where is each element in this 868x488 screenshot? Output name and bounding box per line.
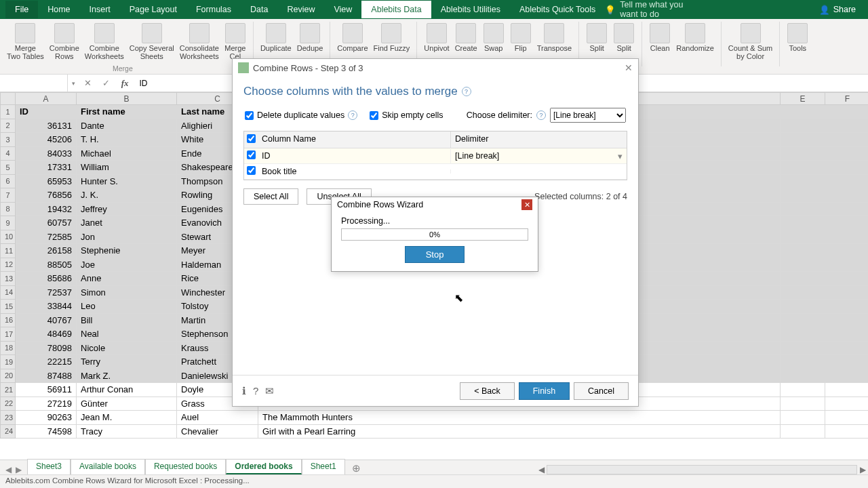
ribbon-combine[interactable]: CombineRows xyxy=(47,22,82,62)
tab-ablebits-quick-tools[interactable]: Ablebits Quick Tools xyxy=(510,1,605,18)
select-all-button[interactable]: Select All xyxy=(243,188,298,205)
tab-home[interactable]: Home xyxy=(38,1,79,18)
prev-icon[interactable]: ◀ xyxy=(5,465,12,474)
help-icon[interactable]: ? xyxy=(348,110,357,120)
ribbon-consolidate[interactable]: ConsolidateWorksheets xyxy=(177,22,222,62)
help-icon[interactable]: ? xyxy=(462,87,471,96)
dialog-heading: Choose columns with the values to merge … xyxy=(243,85,627,98)
tab-review[interactable]: Review xyxy=(277,1,324,18)
ribbon-split[interactable]: Split xyxy=(583,22,610,54)
status-bar: Ablebits.com Combine Rows Wizard for Mic… xyxy=(0,474,868,488)
checkbox-col-id[interactable] xyxy=(247,150,256,159)
ribbon-unpivot[interactable]: Unpivot xyxy=(421,22,452,54)
dialog-icon xyxy=(238,62,249,73)
ribbon-icon xyxy=(427,23,447,43)
help-icon[interactable]: ? xyxy=(253,385,258,397)
tab-data[interactable]: Data xyxy=(241,1,277,18)
ribbon-icon xyxy=(94,23,115,43)
ribbon-icon xyxy=(456,23,476,43)
name-box[interactable] xyxy=(0,75,68,92)
ribbon-merge[interactable]: MergeTwo Tables xyxy=(4,22,47,62)
delimiter-label: Choose delimiter: xyxy=(467,110,532,120)
ribbon-merge[interactable]: MergeCel xyxy=(222,22,249,62)
ribbon-swap[interactable]: Swap xyxy=(480,22,507,54)
share-button[interactable]: 👤 Share xyxy=(812,5,863,15)
tab-view[interactable]: View xyxy=(324,1,361,18)
checkbox-col-book[interactable] xyxy=(247,166,256,175)
ribbon-icon xyxy=(225,23,245,43)
ribbon-find-fuzzy[interactable]: Find Fuzzy xyxy=(371,22,413,54)
delimiter-select[interactable]: [Line break] xyxy=(550,108,626,123)
next-icon[interactable]: ▶ xyxy=(16,465,22,474)
finish-button[interactable]: Finish xyxy=(519,382,570,400)
ribbon-compare[interactable]: Compare xyxy=(334,22,370,54)
col-delim-select[interactable]: [Line break]▾ xyxy=(450,149,627,163)
tab-insert[interactable]: Insert xyxy=(80,1,120,18)
processing-label: Processing... xyxy=(341,216,528,226)
sheet-tab-sheet1[interactable]: Sheet1 xyxy=(302,459,345,474)
ribbon-randomize[interactable]: Randomize xyxy=(673,22,717,54)
info-icon[interactable]: ℹ xyxy=(242,385,246,397)
ribbon-icon xyxy=(381,23,401,43)
sheet-tab-sheet3[interactable]: Sheet3 xyxy=(27,459,71,474)
ribbon-icon xyxy=(484,23,504,43)
namebox-dropdown-icon[interactable]: ▾ xyxy=(68,80,79,87)
add-sheet-button[interactable]: ⊕ xyxy=(345,462,368,474)
ribbon-tools[interactable]: Tools xyxy=(784,22,811,54)
tab-formulas[interactable]: Formulas xyxy=(186,1,241,18)
ribbon-clean[interactable]: Clean xyxy=(646,22,673,54)
col-header-name: Column Name xyxy=(258,131,450,148)
ribbon-split[interactable]: Split xyxy=(610,22,637,54)
checkbox-delete-duplicates[interactable]: Delete duplicate values? xyxy=(245,110,357,120)
ribbon-flip[interactable]: Flip xyxy=(507,22,534,54)
share-icon: 👤 xyxy=(819,5,830,15)
ribbon-combine[interactable]: CombineWorksheets xyxy=(82,22,127,62)
checkbox-skip-empty[interactable]: Skip empty cells xyxy=(370,110,443,120)
tab-file[interactable]: File xyxy=(5,1,38,18)
checkbox-select-all-cols[interactable] xyxy=(247,134,256,143)
selection-status: Selected columns: 2 of 4 xyxy=(534,192,627,201)
cancel-icon[interactable]: ✕ xyxy=(79,78,96,88)
ribbon-duplicate[interactable]: Duplicate xyxy=(258,22,294,54)
mail-icon[interactable]: ✉ xyxy=(265,385,274,397)
help-icon[interactable]: ? xyxy=(536,110,546,120)
enter-icon[interactable]: ✓ xyxy=(98,78,115,88)
ribbon-create[interactable]: Create xyxy=(452,22,480,54)
sheet-tabs: ◀▶ Sheet3Available booksRequested booksO… xyxy=(0,460,868,474)
tab-ablebits-data[interactable]: Ablebits Data xyxy=(361,1,431,18)
ribbon-icon xyxy=(54,23,75,43)
sheet-tab-ordered-books[interactable]: Ordered books xyxy=(226,459,301,474)
col-delim xyxy=(450,169,627,174)
close-icon[interactable]: ✕ xyxy=(625,62,633,73)
ribbon-icon xyxy=(300,23,320,43)
stop-button[interactable]: Stop xyxy=(405,246,465,263)
cancel-button[interactable]: Cancel xyxy=(574,382,629,400)
tab-page-layout[interactable]: Page Layout xyxy=(120,1,186,18)
back-button[interactable]: < Back xyxy=(460,382,515,400)
ribbon-transpose[interactable]: Transpose xyxy=(534,22,575,54)
col-name: Book title xyxy=(258,165,450,178)
ribbon-dedupe[interactable]: Dedupe xyxy=(294,22,326,54)
sheet-nav[interactable]: ◀▶ xyxy=(0,465,27,474)
dropdown-icon[interactable]: ▾ xyxy=(618,151,623,161)
ribbon-icon xyxy=(15,23,35,43)
tab-ablebits-utilities[interactable]: Ablebits Utilities xyxy=(431,1,510,18)
sheet-tab-requested-books[interactable]: Requested books xyxy=(145,459,226,474)
scroll-left-icon[interactable]: ◀ xyxy=(536,465,547,474)
scroll-right-icon[interactable]: ▶ xyxy=(857,465,868,474)
tell-me[interactable]: 💡 Tell me what you want to do xyxy=(605,0,688,19)
title-bar: File HomeInsertPage LayoutFormulasDataRe… xyxy=(0,0,868,19)
formula-bar-buttons: ✕ ✓ xyxy=(79,78,115,88)
close-icon[interactable]: ✕ xyxy=(521,199,532,210)
ribbon-icon xyxy=(544,23,564,43)
progress-bar: 0% xyxy=(341,228,528,241)
formula-input[interactable]: ID xyxy=(135,79,151,88)
sheet-tab-available-books[interactable]: Available books xyxy=(71,459,145,474)
ribbon-icon xyxy=(266,23,286,43)
ribbon-count-sum[interactable]: Count & Sumby Color xyxy=(726,22,775,62)
ribbon-icon xyxy=(685,23,705,43)
horizontal-scrollbar[interactable]: ◀ ▶ xyxy=(536,465,868,474)
fx-icon[interactable]: fx xyxy=(115,78,136,89)
ribbon-icon xyxy=(142,23,162,43)
ribbon-copy-several[interactable]: Copy SeveralSheets xyxy=(127,22,177,62)
